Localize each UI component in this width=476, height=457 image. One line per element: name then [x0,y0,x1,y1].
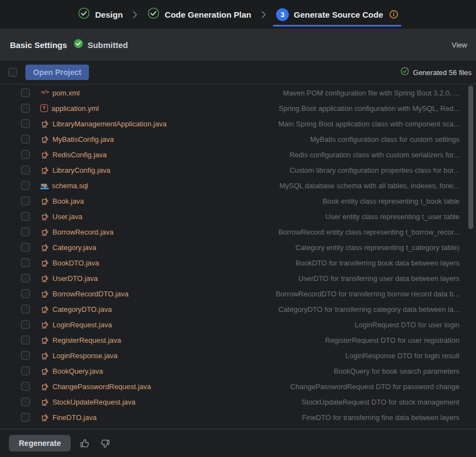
file-description: User entity class representing t_user ta… [325,212,459,221]
file-row[interactable]: BookQuery.java BookQuery for book search… [0,363,476,379]
status-label: Submitted [87,40,128,50]
java-file-icon [40,120,49,128]
file-checkbox[interactable] [21,382,30,391]
file-description: BookDTO for transferring book data betwe… [295,259,459,267]
file-name: BorrowRecordDTO.java [52,290,129,298]
file-name: RedisConfig.java [52,151,107,159]
file-row[interactable]: SQL schema.sql MySQL database schema wit… [0,178,476,193]
stepper: Design Code Generation Plan 3 Generate S… [0,0,476,29]
generate-source-code-panel: Design Code Generation Plan 3 Generate S… [0,0,476,457]
file-row[interactable]: LoginResponse.java LoginResponse DTO for… [0,348,476,363]
file-row[interactable]: CategoryDTO.java CategoryDTO for transfe… [0,301,476,317]
file-description: BorrowRecordDTO for transferring borrow … [276,290,459,298]
file-description: MySQL database schema with all tables, i… [279,182,459,190]
file-checkbox[interactable] [21,104,30,113]
java-file-icon [40,243,49,252]
regenerate-button[interactable]: Regenerate [9,435,71,451]
generated-files-status: Generated 56 files [400,67,472,78]
file-checkbox[interactable] [21,305,30,313]
file-checkbox[interactable] [21,413,30,422]
file-row[interactable]: RegisterRequest.java RegisterRequest DTO… [0,332,476,348]
active-step-underline [273,25,401,26]
java-file-icon [40,274,49,283]
file-list-header: Open Project Generated 56 files [0,61,476,84]
file-checkbox[interactable] [21,336,30,344]
file-checkbox[interactable] [21,119,30,128]
file-row[interactable]: Book.java Book entity class representing… [0,193,476,209]
file-row[interactable]: StockUpdateRequest.java StockUpdateReque… [0,394,476,410]
file-checkbox[interactable] [21,166,30,174]
file-row[interactable]: LibraryManagementApplication.java Main S… [0,116,476,131]
file-name: FineDTO.java [52,413,97,422]
file-row[interactable]: LoginRequest.java LoginRequest DTO for u… [0,317,476,332]
file-row[interactable]: BorrowRecordDTO.java BorrowRecordDTO for… [0,286,476,301]
file-checkbox[interactable] [21,150,30,159]
file-row[interactable]: ChangePasswordRequest.java ChangePasswor… [0,379,476,394]
file-row[interactable]: Y application.yml Spring Boot applicatio… [0,100,476,116]
file-name: Category.java [52,243,96,252]
file-description: Book entity class representing t_book ta… [322,197,459,205]
file-checkbox[interactable] [21,212,30,221]
file-row[interactable]: User.java User entity class representing… [0,209,476,224]
file-row[interactable]: MyBatisConfig.java MyBatis configuration… [0,131,476,147]
java-file-icon [40,166,49,174]
select-all-checkbox[interactable] [8,68,17,77]
file-description: Maven POM configuration file with Spring… [283,89,459,97]
file-checkbox[interactable] [21,320,30,329]
java-file-icon [40,135,49,144]
file-description: StockUpdateRequest DTO for stock managem… [302,398,459,406]
step-code-generation-plan[interactable]: Code Generation Plan [146,0,252,29]
file-checkbox[interactable] [21,258,30,267]
file-description: BookQuery for book search parameters [334,367,459,375]
file-name: application.yml [51,104,99,113]
java-file-icon [40,413,49,422]
file-name: UserDTO.java [52,274,98,283]
open-project-button[interactable]: Open Project [25,65,89,80]
file-checkbox[interactable] [21,227,30,236]
thumbs-down-button[interactable] [99,437,112,450]
file-description: Redis configuration class with custom se… [289,151,459,159]
file-name: Book.java [52,197,84,205]
java-file-icon [40,151,49,159]
file-name: BorrowRecord.java [52,228,114,236]
file-checkbox[interactable] [21,289,30,298]
java-file-icon [40,197,49,205]
basic-settings-bar: Basic Settings Submitted View [0,29,476,61]
file-row[interactable]: BorrowRecord.java BorrowRecord entity cl… [0,224,476,240]
file-checkbox[interactable] [21,351,30,360]
file-name: LibraryManagementApplication.java [52,120,167,128]
file-checkbox[interactable] [21,196,30,205]
file-row[interactable]: RedisConfig.java Redis configuration cla… [0,147,476,162]
info-icon[interactable] [389,10,398,19]
file-row[interactable]: BookDTO.java BookDTO for transferring bo… [0,255,476,270]
java-file-icon [40,228,49,236]
file-description: MyBatis configuration class for custom s… [310,135,459,144]
file-row[interactable]: LibraryConfig.java Custom library config… [0,162,476,178]
file-name: LoginResponse.java [52,352,118,360]
file-name: StockUpdateRequest.java [52,398,135,406]
file-checkbox[interactable] [21,274,30,283]
file-description: Main Spring Boot application class with … [278,120,459,128]
file-row[interactable]: </> pom.xml Maven POM configuration file… [0,85,476,100]
view-button[interactable]: View [452,41,467,49]
scrollbar[interactable] [468,86,473,229]
file-checkbox[interactable] [21,397,30,406]
file-row[interactable]: Category.java Category entity class repr… [0,240,476,255]
file-row[interactable]: FineDTO.java FineDTO for transferring fi… [0,410,476,425]
step-design[interactable]: Design [77,0,124,29]
file-description: LoginResponse DTO for login result [346,352,459,360]
file-checkbox[interactable] [21,181,30,190]
file-checkbox[interactable] [21,88,30,97]
java-file-icon [40,352,49,360]
file-checkbox[interactable] [21,243,30,252]
java-file-icon [40,382,49,391]
file-checkbox[interactable] [21,135,30,144]
step-generate-source-code[interactable]: 3 Generate Source Code [275,0,399,29]
check-outline-icon [400,67,409,78]
file-row[interactable]: UserDTO.java UserDTO for transferring us… [0,270,476,286]
java-file-icon [40,336,49,344]
file-checkbox[interactable] [21,366,30,375]
file-name: ChangePasswordRequest.java [52,382,151,391]
file-description: Spring Boot application configuration wi… [279,104,459,113]
thumbs-up-button[interactable] [78,437,91,450]
